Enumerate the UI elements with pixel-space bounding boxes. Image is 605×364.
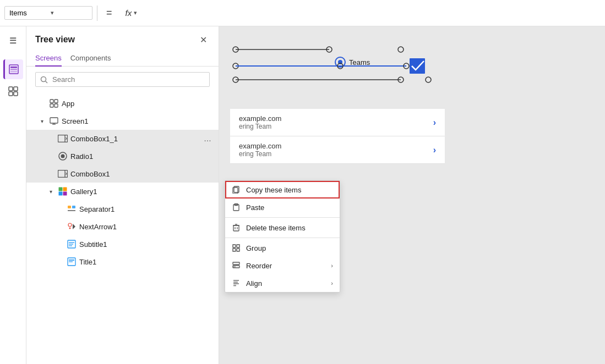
svg-line-9 xyxy=(46,81,48,83)
hamburger-menu-button[interactable]: ☰ xyxy=(3,31,23,51)
list-title-1: example.com xyxy=(239,114,429,123)
tree-panel-title: Tree view xyxy=(35,35,75,45)
tree-item-combobox1-1[interactable]: ▶ ComboBox1_1 … xyxy=(26,130,219,147)
list-sub-2: ering Team xyxy=(239,150,429,158)
tree-content: ▶ App ▾ xyxy=(26,92,219,364)
screen1-chevron: ▾ xyxy=(37,117,46,125)
tree-item-separator1[interactable]: ▶ Separator1 xyxy=(26,200,219,218)
tree-item-app[interactable]: ▶ App xyxy=(26,95,219,112)
svg-rect-5 xyxy=(14,87,18,91)
svg-rect-44 xyxy=(233,225,239,231)
svg-point-67 xyxy=(398,47,404,52)
svg-point-30 xyxy=(68,223,72,227)
list-text-2: example.com ering Team xyxy=(239,142,429,158)
items-selector[interactable]: Items ▾ xyxy=(4,6,92,20)
context-align-label: Align xyxy=(246,279,262,288)
layers-icon xyxy=(9,64,19,74)
context-menu-copy[interactable]: Copy these items xyxy=(225,181,340,198)
radio1-icon xyxy=(57,151,68,162)
svg-rect-6 xyxy=(9,92,13,96)
nextarrow1-label: NextArrow1 xyxy=(79,223,214,231)
selection-handles-svg: Teams xyxy=(230,41,445,96)
top-bar: Items ▾ = fx ▾ xyxy=(0,0,605,26)
fx-label: fx xyxy=(126,8,132,18)
align-arrow-icon: › xyxy=(331,280,333,286)
context-copy-label: Copy these items xyxy=(246,186,301,194)
tab-screens[interactable]: Screens xyxy=(35,51,62,67)
canvas-list-item-2[interactable]: example.com ering Team › xyxy=(230,136,445,164)
context-menu-align[interactable]: Align › xyxy=(225,274,340,292)
separator1-label: Separator1 xyxy=(79,205,214,213)
context-reorder-label: Reorder xyxy=(246,262,272,270)
combobox1-icon xyxy=(57,168,68,179)
tree-item-subtitle1[interactable]: ▶ Subtitle1 xyxy=(26,235,219,253)
align-icon xyxy=(232,279,241,288)
tree-item-title1[interactable]: ▶ Title1 xyxy=(26,253,219,271)
items-selector-label: Items xyxy=(9,9,46,17)
subtitle1-label: Subtitle1 xyxy=(79,240,214,249)
svg-rect-4 xyxy=(9,87,13,91)
combobox1-label: ComboBox1 xyxy=(70,170,214,178)
delete-icon xyxy=(232,223,241,232)
context-menu-group[interactable]: Group xyxy=(225,239,340,257)
gallery1-chevron: ▾ xyxy=(46,187,55,196)
svg-rect-7 xyxy=(14,92,18,96)
tree-item-screen1[interactable]: ▾ Screen1 xyxy=(26,112,219,130)
context-menu-paste[interactable]: Paste xyxy=(225,198,340,216)
search-icon xyxy=(40,76,48,84)
copy-icon xyxy=(232,185,241,194)
svg-point-20 xyxy=(61,155,65,158)
topbar-divider xyxy=(97,5,97,21)
gallery1-icon xyxy=(57,186,68,197)
context-menu-reorder[interactable]: Reorder › xyxy=(225,257,340,274)
insert-button[interactable] xyxy=(3,81,23,101)
tree-item-nextarrow1[interactable]: ▶ NextArrow1 xyxy=(26,218,219,235)
svg-text:Teams: Teams xyxy=(349,58,370,67)
nextarrow1-icon xyxy=(66,221,77,232)
tree-item-combobox1[interactable]: ▶ ComboBox1 xyxy=(26,165,219,183)
svg-rect-53 xyxy=(232,244,240,252)
reorder-arrow-icon: › xyxy=(331,262,333,269)
svg-rect-54 xyxy=(233,262,239,264)
list-sub-1: ering Team xyxy=(239,123,429,130)
subtitle1-icon xyxy=(66,239,77,250)
svg-rect-14 xyxy=(50,118,58,123)
svg-rect-51 xyxy=(233,249,236,251)
svg-rect-17 xyxy=(58,135,68,142)
app-label: App xyxy=(62,100,214,108)
svg-rect-13 xyxy=(54,104,58,107)
tab-components[interactable]: Components xyxy=(70,51,111,67)
tree-tabs: Screens Components xyxy=(26,51,219,67)
context-menu-delete[interactable]: Delete these items xyxy=(225,219,340,236)
combobox1-1-more-button[interactable]: … xyxy=(201,132,214,145)
svg-point-76 xyxy=(426,77,431,82)
svg-rect-58 xyxy=(233,282,238,283)
tree-view-button[interactable] xyxy=(3,59,23,79)
selection-top-line: Teams xyxy=(230,60,445,62)
svg-rect-21 xyxy=(58,170,68,178)
title1-label: Title1 xyxy=(79,258,214,266)
list-title-2: example.com xyxy=(239,142,429,150)
svg-rect-25 xyxy=(59,192,63,196)
tree-item-gallery1[interactable]: ▾ Gallery1 xyxy=(26,183,219,200)
fx-button[interactable]: fx ▾ xyxy=(121,8,142,18)
tree-search-box[interactable] xyxy=(35,72,210,87)
svg-rect-52 xyxy=(237,249,239,251)
context-menu-divider2 xyxy=(225,238,340,238)
combobox1-1-icon xyxy=(57,133,68,144)
screen-icon xyxy=(48,115,59,126)
svg-rect-3 xyxy=(10,71,17,73)
combobox1-1-label: ComboBox1_1 xyxy=(70,135,199,143)
fx-bar[interactable]: = xyxy=(102,7,117,19)
tree-item-radio1[interactable]: ▶ Radio1 xyxy=(26,147,219,165)
canvas-list-item-1[interactable]: example.com ering Team › xyxy=(230,109,445,136)
search-input[interactable] xyxy=(52,75,205,84)
context-delete-label: Delete these items xyxy=(246,224,306,232)
title1-icon xyxy=(66,256,77,267)
equals-icon: = xyxy=(106,7,112,19)
icon-rail: ☰ xyxy=(0,26,26,364)
tree-close-button[interactable]: ✕ xyxy=(197,33,210,46)
context-menu-divider1 xyxy=(225,217,340,218)
paste-icon xyxy=(232,203,241,212)
svg-rect-27 xyxy=(68,206,71,208)
